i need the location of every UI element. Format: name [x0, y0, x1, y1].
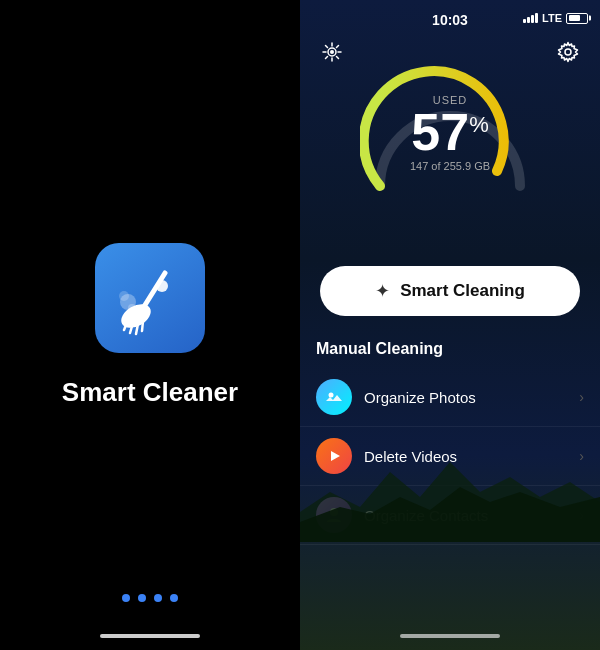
dot-2 — [138, 594, 146, 602]
svg-point-11 — [330, 50, 334, 54]
home-indicator-left — [100, 634, 200, 638]
lte-label: LTE — [542, 12, 562, 24]
dots-indicator — [122, 594, 178, 602]
filter-icon[interactable] — [316, 36, 348, 68]
gauge-container: USED 57% 147 of 255.9 GB — [300, 76, 600, 206]
smart-cleaning-button[interactable]: ✦ Smart Cleaning — [320, 266, 580, 316]
photos-chevron-icon: › — [579, 389, 584, 405]
gauge-wrapper: USED 57% 147 of 255.9 GB — [360, 86, 540, 186]
gauge-text: USED 57% 147 of 255.9 GB — [410, 94, 490, 172]
battery-fill — [569, 15, 581, 21]
svg-point-12 — [565, 49, 571, 55]
right-panel: 10:03 LTE — [300, 0, 600, 650]
gauge-percent-symbol: % — [469, 112, 489, 137]
left-panel: Smart Cleaner — [0, 0, 300, 650]
smart-cleaning-label: Smart Cleaning — [400, 281, 525, 301]
battery-icon — [566, 13, 588, 24]
svg-point-9 — [156, 280, 168, 292]
dot-1 — [122, 594, 130, 602]
photos-label: Organize Photos — [364, 389, 579, 406]
app-icon — [95, 243, 205, 353]
status-bar: 10:03 LTE — [300, 0, 600, 32]
svg-point-1 — [119, 291, 129, 301]
manual-cleaning-title: Manual Cleaning — [300, 340, 600, 368]
dot-3 — [154, 594, 162, 602]
signal-bar-4 — [535, 13, 538, 23]
signal-bar-3 — [531, 15, 534, 23]
signal-bar-1 — [523, 19, 526, 23]
gauge-percent: 57% — [410, 106, 490, 158]
menu-item-photos[interactable]: Organize Photos › — [300, 368, 600, 427]
gauge-storage: 147 of 255.9 GB — [410, 160, 490, 172]
home-indicator-right — [400, 634, 500, 638]
sparkle-icon: ✦ — [375, 280, 390, 302]
app-icon-svg — [110, 258, 190, 338]
svg-line-8 — [142, 321, 143, 331]
status-time: 10:03 — [432, 12, 468, 28]
settings-icon[interactable] — [552, 36, 584, 68]
gauge-percent-value: 57 — [411, 103, 469, 161]
signal-bar-2 — [527, 17, 530, 23]
signal-bars — [523, 13, 538, 23]
app-title: Smart Cleaner — [62, 377, 238, 408]
mountain-background — [300, 442, 600, 542]
status-right-icons: LTE — [523, 12, 588, 24]
dot-4 — [170, 594, 178, 602]
svg-point-13 — [329, 393, 334, 398]
photos-icon — [316, 379, 352, 415]
